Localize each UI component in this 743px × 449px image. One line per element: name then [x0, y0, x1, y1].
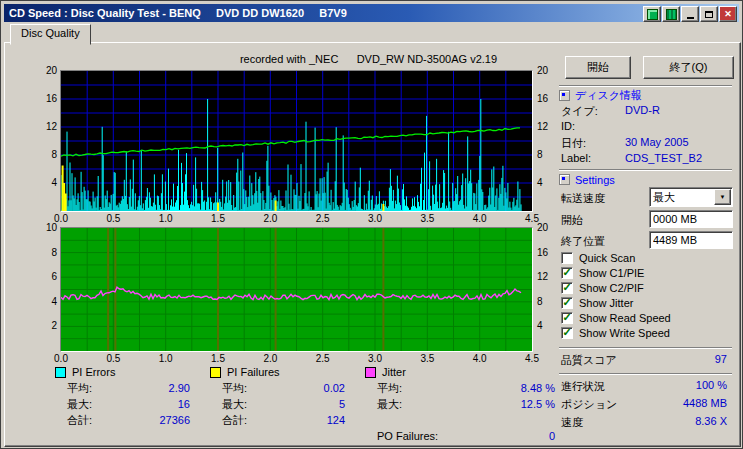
legend-title: PI Failures: [227, 366, 280, 378]
minimize-button[interactable]: [681, 6, 699, 22]
legend-header: Jitter: [365, 365, 555, 379]
disc-label-row: Label: CDS_TEST_B2: [561, 152, 732, 166]
checkbox-label: Show C2/PIF: [579, 282, 644, 294]
legend-row: 最大:12.5 %: [365, 397, 555, 411]
legend-row: 合計:124: [210, 413, 345, 427]
start-button[interactable]: 開始: [565, 56, 631, 79]
legend-row: 平均:0.02: [210, 381, 345, 395]
checkbox-box[interactable]: ✓: [561, 327, 573, 339]
app-window: CD Speed : Disc Quality Test - BENQ DVD …: [0, 0, 743, 449]
disc-date-value: 30 May 2005: [625, 136, 689, 150]
disc-type-label: タイプ:: [561, 104, 625, 118]
legend-pi-errors: PI Errors 平均:2.90 最大:16 合計:27366: [55, 365, 190, 427]
avg-value: 2.90: [169, 382, 190, 394]
checkbox-box[interactable]: ✓: [561, 282, 573, 294]
section-bullet-icon: [559, 90, 570, 101]
position-row: ポジション 4488 MB: [561, 397, 727, 411]
progress-row: 進行状況 100 %: [561, 379, 727, 393]
checkbox-box[interactable]: ✓: [561, 297, 573, 309]
legend-row: 最大:5: [210, 397, 345, 411]
po-failures-label: PO Failures:: [377, 430, 438, 442]
check-icon: ✓: [562, 297, 571, 308]
titlebar-buttons: ✕: [643, 6, 737, 22]
checkbox-show-read-speed[interactable]: ✓ Show Read Speed: [561, 311, 671, 324]
separator: [559, 373, 732, 375]
start-position-label: 開始: [561, 213, 583, 227]
speed-label: 速度: [561, 415, 583, 429]
start-button-label: 開始: [587, 60, 609, 75]
total-label: 合計:: [67, 413, 92, 428]
max-value: 16: [178, 398, 190, 410]
separator: [559, 85, 732, 87]
start-position-field[interactable]: [649, 210, 733, 228]
checkbox-show-jitter[interactable]: ✓ Show Jitter: [561, 296, 633, 309]
quality-score-label: 品質スコア: [561, 353, 617, 367]
max-value: 12.5 %: [521, 398, 555, 410]
disc-date-row: 日付: 30 May 2005: [561, 136, 732, 150]
exit-button-label: 終了(Q): [670, 60, 708, 75]
settings-header-label: Settings: [575, 174, 615, 186]
check-icon: ✓: [562, 282, 571, 293]
max-label: 最大:: [377, 397, 402, 412]
total-label: 合計:: [222, 413, 247, 428]
check-icon: ✓: [562, 312, 571, 323]
jitter-swatch: [365, 367, 376, 378]
position-label: ポジション: [561, 397, 617, 411]
close-icon: ✕: [724, 10, 732, 19]
speed-row: 速度 8.36 X: [561, 415, 727, 429]
avg-value: 8.48 %: [521, 382, 555, 394]
speed-value: 8.36 X: [695, 415, 727, 429]
separator: [559, 169, 732, 171]
legend-row: 平均:2.90: [55, 381, 190, 395]
settings-header: Settings: [559, 173, 615, 186]
transfer-speed-select[interactable]: 最大 ▼: [649, 187, 733, 207]
checkbox-box[interactable]: ✓: [561, 267, 573, 279]
maximize-button[interactable]: [700, 6, 718, 22]
checkbox-show-write-speed[interactable]: ✓ Show Write Speed: [561, 326, 670, 339]
checkbox-show-c1-pie[interactable]: ✓ Show C1/PIE: [561, 266, 644, 279]
checkbox-box[interactable]: ✓: [561, 252, 573, 264]
tab-label: Disc Quality: [21, 27, 80, 39]
avg-label: 平均:: [222, 381, 247, 396]
check-icon: ✓: [562, 327, 571, 338]
position-value: 4488 MB: [683, 397, 727, 411]
green-disc-icon: [666, 9, 677, 20]
quality-score-row: 品質スコア 97: [561, 353, 727, 367]
legend-header: PI Failures: [210, 365, 345, 379]
checkbox-quick-scan[interactable]: ✓ Quick Scan: [561, 251, 635, 264]
legend-header: PI Errors: [55, 365, 190, 379]
disc-label-label: Label:: [561, 152, 625, 166]
disc-type-row: タイプ: DVD-R: [561, 104, 732, 118]
transfer-speed-value: 最大: [650, 190, 713, 205]
legend-pi-failures: PI Failures 平均:0.02 最大:5 合計:124: [210, 365, 345, 427]
checkbox-box[interactable]: ✓: [561, 312, 573, 324]
po-failures-value: 0: [549, 430, 555, 442]
chevron-down-icon[interactable]: ▼: [714, 189, 731, 205]
legend-row: 平均:8.48 %: [365, 381, 555, 395]
close-button[interactable]: ✕: [719, 6, 737, 22]
app-icon-button-1[interactable]: [643, 6, 661, 22]
pi-failures-swatch: [210, 367, 221, 378]
avg-label: 平均:: [67, 381, 92, 396]
exit-button[interactable]: 終了(Q): [643, 56, 734, 79]
legend-title: PI Errors: [72, 366, 115, 378]
minimize-icon: [687, 17, 694, 19]
app-icon-button-2[interactable]: [662, 6, 680, 22]
disc-type-value: DVD-R: [625, 104, 660, 118]
legend-title: Jitter: [382, 366, 406, 378]
legend-jitter: Jitter 平均:8.48 % 最大:12.5 % PO Failures:0: [365, 365, 555, 443]
avg-label: 平均:: [377, 381, 402, 396]
quality-score-value: 97: [715, 353, 727, 367]
checkbox-label: Show C1/PIE: [579, 267, 644, 279]
section-bullet-icon: [559, 174, 570, 185]
max-value: 5: [339, 398, 345, 410]
end-position-field[interactable]: [649, 231, 733, 249]
separator: [559, 347, 732, 349]
max-label: 最大:: [222, 397, 247, 412]
tab-disc-quality[interactable]: Disc Quality: [10, 24, 91, 45]
total-value: 27366: [159, 414, 190, 426]
end-position-label: 終了位置: [561, 234, 605, 248]
window-title: CD Speed : Disc Quality Test - BENQ DVD …: [4, 7, 347, 19]
checkbox-show-c2-pif[interactable]: ✓ Show C2/PIF: [561, 281, 644, 294]
legend-row: 最大:16: [55, 397, 190, 411]
